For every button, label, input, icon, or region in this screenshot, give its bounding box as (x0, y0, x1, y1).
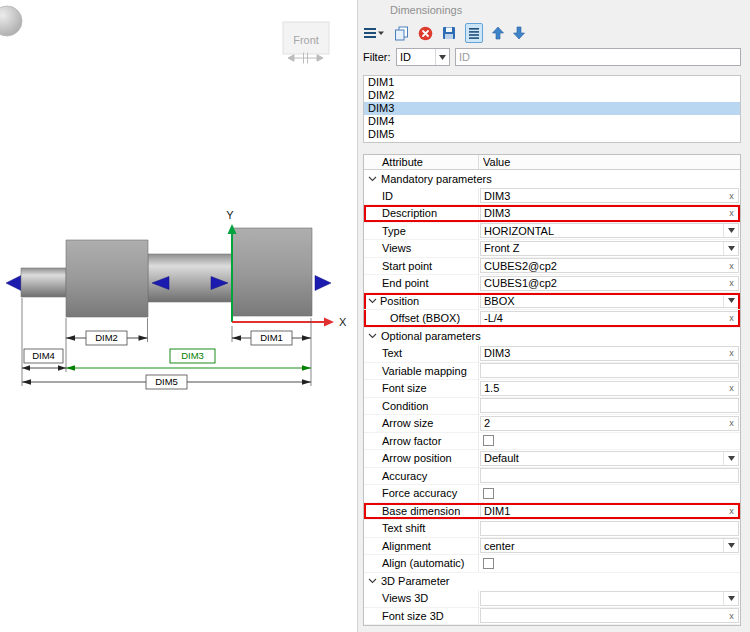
clear-icon[interactable]: x (725, 348, 738, 358)
filter-input[interactable] (455, 48, 741, 66)
value-field[interactable] (480, 398, 739, 413)
cube-block-right[interactable] (232, 228, 312, 316)
clear-icon[interactable]: x (725, 278, 738, 288)
dim3-label[interactable]: DIM3 (181, 350, 204, 361)
attribute-cell: Alignment (364, 538, 479, 555)
value-field[interactable]: DIM1x (480, 503, 739, 518)
value-cell: 2x (479, 415, 740, 432)
clear-icon[interactable]: x (725, 313, 738, 323)
property-row-base-dimension: Base dimensionDIM1x (364, 503, 740, 521)
value-field[interactable]: DIM3x (480, 346, 739, 361)
filter-field-select[interactable]: ID (396, 48, 450, 66)
clear-icon[interactable]: x (725, 261, 738, 271)
list-item-dim4[interactable]: DIM4 (364, 115, 740, 128)
value-text: CUBES2@cp2 (481, 260, 725, 272)
grid-header: Attribute Value (364, 155, 740, 170)
3d-model[interactable] (6, 228, 331, 317)
delete-button[interactable] (418, 23, 433, 43)
copy-button[interactable] (394, 23, 409, 43)
value-field[interactable]: DIM3x (480, 206, 739, 221)
checkbox[interactable] (483, 558, 494, 569)
value-cell: center (479, 538, 740, 555)
value-field[interactable]: HORIZONTAL (480, 223, 739, 238)
attribute-cell: Text (364, 345, 479, 362)
cube-block-left[interactable] (66, 240, 148, 317)
value-field[interactable]: DIM3x (480, 188, 739, 203)
3d-viewport[interactable]: Front (0, 0, 357, 632)
section-row-optional-parameters: Optional parameters (364, 328, 740, 346)
chevron-down-icon[interactable] (723, 452, 738, 465)
list-item-dim1[interactable]: DIM1 (364, 76, 740, 89)
value-field[interactable] (480, 468, 739, 483)
list-item-dim3[interactable]: DIM3 (364, 102, 740, 115)
nav-cube-label[interactable]: Front (293, 34, 319, 46)
chevron-down-icon[interactable] (723, 592, 738, 605)
filter-field-value: ID (397, 51, 435, 63)
attribute-label: Start point (382, 260, 432, 272)
value-field[interactable]: BBOX (480, 293, 739, 308)
value-field[interactable] (480, 521, 739, 536)
value-field[interactable] (480, 363, 739, 378)
value-field[interactable]: -L/4x (480, 311, 739, 326)
clear-icon[interactable]: x (725, 383, 738, 393)
value-text: BBOX (481, 295, 723, 307)
value-field[interactable]: CUBES1@cp2x (480, 276, 739, 291)
dimension-dim4[interactable]: DIM4 (22, 349, 66, 371)
chevron-down-icon[interactable] (723, 294, 738, 307)
value-cell: BBOX (479, 293, 740, 310)
nav-cube[interactable]: Front (283, 22, 329, 64)
list-item-dim5[interactable]: DIM5 (364, 128, 740, 141)
chevron-down-icon[interactable] (723, 539, 738, 552)
dimension-dim1[interactable]: DIM1 (232, 331, 311, 345)
cylinder-left[interactable] (21, 268, 66, 297)
dimension-dim2[interactable]: DIM2 (66, 331, 148, 345)
dim2-label[interactable]: DIM2 (95, 332, 118, 343)
move-up-button[interactable] (492, 23, 504, 43)
clear-icon[interactable]: x (725, 611, 738, 621)
value-text: 1.5 (481, 382, 725, 394)
list-menu-button[interactable] (363, 23, 385, 43)
save-button[interactable] (442, 23, 456, 43)
chevron-expanded-icon[interactable] (368, 298, 377, 304)
attribute-cell: Views (364, 240, 479, 257)
value-field[interactable]: 2x (480, 416, 739, 431)
clear-icon[interactable]: x (725, 418, 738, 428)
list-view-button[interactable] (465, 23, 483, 43)
dim5-label[interactable]: DIM5 (155, 376, 178, 387)
clear-icon[interactable]: x (725, 191, 738, 201)
cone-marker-right[interactable] (315, 276, 331, 291)
clear-icon[interactable]: x (725, 208, 738, 218)
value-text: -L/4 (481, 312, 725, 324)
chevron-expanded-icon[interactable] (368, 176, 377, 182)
value-field[interactable]: Front Z (480, 241, 739, 256)
list-item-dim2[interactable]: DIM2 (364, 89, 740, 102)
value-text: Default (481, 452, 723, 464)
value-field[interactable]: center (480, 538, 739, 553)
value-field[interactable]: Default (480, 451, 739, 466)
move-down-button[interactable] (513, 23, 525, 43)
chevron-down-icon[interactable] (435, 49, 449, 65)
value-field[interactable] (480, 591, 739, 606)
value-field[interactable]: CUBES2@cp2x (480, 258, 739, 273)
chevron-down-icon[interactable] (723, 242, 738, 255)
chevron-down-icon[interactable] (723, 224, 738, 237)
dimension-dim3[interactable]: DIM3 (66, 349, 311, 371)
chevron-expanded-icon[interactable] (368, 578, 377, 584)
clear-icon[interactable]: x (725, 506, 738, 516)
checkbox[interactable] (483, 435, 494, 446)
dimension-dim5[interactable]: DIM5 (22, 375, 311, 389)
viewport-canvas[interactable]: Front (0, 0, 357, 632)
nav-sphere[interactable] (0, 6, 22, 36)
cone-marker-left[interactable] (6, 276, 21, 291)
value-field[interactable]: 1.5x (480, 381, 739, 396)
chevron-expanded-icon[interactable] (368, 333, 377, 339)
dim1-label[interactable]: DIM1 (260, 332, 283, 343)
attribute-cell: Accuracy (364, 468, 479, 485)
checkbox[interactable] (483, 488, 494, 499)
dim4-label[interactable]: DIM4 (32, 350, 55, 361)
attribute-label: ID (382, 190, 393, 202)
value-cell (479, 468, 740, 485)
cylinder-middle[interactable] (148, 254, 232, 302)
value-field[interactable]: x (480, 608, 739, 623)
list-view-icon (468, 27, 480, 39)
